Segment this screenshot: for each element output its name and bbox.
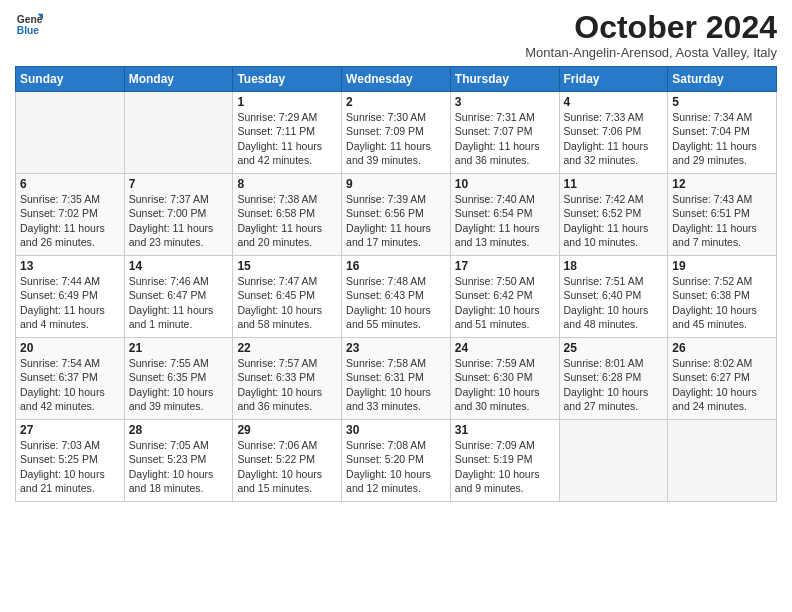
day-info: Sunrise: 7:42 AM Sunset: 6:52 PM Dayligh…	[564, 192, 664, 249]
calendar-cell: 14Sunrise: 7:46 AM Sunset: 6:47 PM Dayli…	[124, 256, 233, 338]
weekday-header-cell: Monday	[124, 67, 233, 92]
calendar-cell: 18Sunrise: 7:51 AM Sunset: 6:40 PM Dayli…	[559, 256, 668, 338]
calendar-week-row: 1Sunrise: 7:29 AM Sunset: 7:11 PM Daylig…	[16, 92, 777, 174]
day-info: Sunrise: 7:47 AM Sunset: 6:45 PM Dayligh…	[237, 274, 337, 331]
title-block: October 2024 Montan-Angelin-Arensod, Aos…	[525, 10, 777, 60]
calendar-cell: 19Sunrise: 7:52 AM Sunset: 6:38 PM Dayli…	[668, 256, 777, 338]
calendar-week-row: 27Sunrise: 7:03 AM Sunset: 5:25 PM Dayli…	[16, 420, 777, 502]
calendar-cell: 16Sunrise: 7:48 AM Sunset: 6:43 PM Dayli…	[342, 256, 451, 338]
day-number: 16	[346, 259, 446, 273]
calendar-cell: 9Sunrise: 7:39 AM Sunset: 6:56 PM Daylig…	[342, 174, 451, 256]
day-number: 2	[346, 95, 446, 109]
location-subtitle: Montan-Angelin-Arensod, Aosta Valley, It…	[525, 45, 777, 60]
calendar-cell: 21Sunrise: 7:55 AM Sunset: 6:35 PM Dayli…	[124, 338, 233, 420]
calendar-cell: 10Sunrise: 7:40 AM Sunset: 6:54 PM Dayli…	[450, 174, 559, 256]
calendar-cell: 15Sunrise: 7:47 AM Sunset: 6:45 PM Dayli…	[233, 256, 342, 338]
weekday-header-cell: Thursday	[450, 67, 559, 92]
day-number: 3	[455, 95, 555, 109]
day-info: Sunrise: 7:50 AM Sunset: 6:42 PM Dayligh…	[455, 274, 555, 331]
day-number: 29	[237, 423, 337, 437]
day-number: 13	[20, 259, 120, 273]
calendar-cell	[559, 420, 668, 502]
day-number: 15	[237, 259, 337, 273]
day-info: Sunrise: 7:08 AM Sunset: 5:20 PM Dayligh…	[346, 438, 446, 495]
weekday-header-row: SundayMondayTuesdayWednesdayThursdayFrid…	[16, 67, 777, 92]
day-info: Sunrise: 7:03 AM Sunset: 5:25 PM Dayligh…	[20, 438, 120, 495]
day-info: Sunrise: 7:44 AM Sunset: 6:49 PM Dayligh…	[20, 274, 120, 331]
day-number: 26	[672, 341, 772, 355]
day-number: 5	[672, 95, 772, 109]
calendar-cell: 26Sunrise: 8:02 AM Sunset: 6:27 PM Dayli…	[668, 338, 777, 420]
day-number: 1	[237, 95, 337, 109]
day-number: 20	[20, 341, 120, 355]
day-info: Sunrise: 7:59 AM Sunset: 6:30 PM Dayligh…	[455, 356, 555, 413]
calendar-cell: 28Sunrise: 7:05 AM Sunset: 5:23 PM Dayli…	[124, 420, 233, 502]
day-info: Sunrise: 7:51 AM Sunset: 6:40 PM Dayligh…	[564, 274, 664, 331]
calendar-cell: 11Sunrise: 7:42 AM Sunset: 6:52 PM Dayli…	[559, 174, 668, 256]
day-number: 22	[237, 341, 337, 355]
day-info: Sunrise: 7:40 AM Sunset: 6:54 PM Dayligh…	[455, 192, 555, 249]
day-info: Sunrise: 7:30 AM Sunset: 7:09 PM Dayligh…	[346, 110, 446, 167]
day-info: Sunrise: 7:46 AM Sunset: 6:47 PM Dayligh…	[129, 274, 229, 331]
day-number: 17	[455, 259, 555, 273]
day-number: 11	[564, 177, 664, 191]
day-info: Sunrise: 7:43 AM Sunset: 6:51 PM Dayligh…	[672, 192, 772, 249]
day-info: Sunrise: 8:01 AM Sunset: 6:28 PM Dayligh…	[564, 356, 664, 413]
svg-text:General: General	[17, 14, 43, 25]
calendar-cell: 13Sunrise: 7:44 AM Sunset: 6:49 PM Dayli…	[16, 256, 125, 338]
calendar-cell: 29Sunrise: 7:06 AM Sunset: 5:22 PM Dayli…	[233, 420, 342, 502]
calendar-cell: 8Sunrise: 7:38 AM Sunset: 6:58 PM Daylig…	[233, 174, 342, 256]
calendar-cell: 6Sunrise: 7:35 AM Sunset: 7:02 PM Daylig…	[16, 174, 125, 256]
weekday-header-cell: Friday	[559, 67, 668, 92]
calendar-cell: 1Sunrise: 7:29 AM Sunset: 7:11 PM Daylig…	[233, 92, 342, 174]
day-info: Sunrise: 7:52 AM Sunset: 6:38 PM Dayligh…	[672, 274, 772, 331]
calendar-week-row: 13Sunrise: 7:44 AM Sunset: 6:49 PM Dayli…	[16, 256, 777, 338]
day-info: Sunrise: 7:38 AM Sunset: 6:58 PM Dayligh…	[237, 192, 337, 249]
day-number: 7	[129, 177, 229, 191]
weekday-header-cell: Saturday	[668, 67, 777, 92]
day-info: Sunrise: 7:09 AM Sunset: 5:19 PM Dayligh…	[455, 438, 555, 495]
day-number: 30	[346, 423, 446, 437]
day-info: Sunrise: 7:55 AM Sunset: 6:35 PM Dayligh…	[129, 356, 229, 413]
day-number: 27	[20, 423, 120, 437]
day-number: 14	[129, 259, 229, 273]
day-info: Sunrise: 7:39 AM Sunset: 6:56 PM Dayligh…	[346, 192, 446, 249]
day-number: 19	[672, 259, 772, 273]
day-info: Sunrise: 7:33 AM Sunset: 7:06 PM Dayligh…	[564, 110, 664, 167]
day-info: Sunrise: 7:35 AM Sunset: 7:02 PM Dayligh…	[20, 192, 120, 249]
page-header: General Blue October 2024 Montan-Angelin…	[15, 10, 777, 60]
day-info: Sunrise: 7:54 AM Sunset: 6:37 PM Dayligh…	[20, 356, 120, 413]
weekday-header-cell: Wednesday	[342, 67, 451, 92]
day-number: 18	[564, 259, 664, 273]
weekday-header-cell: Tuesday	[233, 67, 342, 92]
calendar-cell: 4Sunrise: 7:33 AM Sunset: 7:06 PM Daylig…	[559, 92, 668, 174]
day-number: 12	[672, 177, 772, 191]
calendar-cell: 17Sunrise: 7:50 AM Sunset: 6:42 PM Dayli…	[450, 256, 559, 338]
logo: General Blue	[15, 10, 43, 38]
day-info: Sunrise: 7:31 AM Sunset: 7:07 PM Dayligh…	[455, 110, 555, 167]
day-number: 4	[564, 95, 664, 109]
day-info: Sunrise: 7:57 AM Sunset: 6:33 PM Dayligh…	[237, 356, 337, 413]
calendar-cell	[124, 92, 233, 174]
day-info: Sunrise: 7:29 AM Sunset: 7:11 PM Dayligh…	[237, 110, 337, 167]
calendar-cell: 30Sunrise: 7:08 AM Sunset: 5:20 PM Dayli…	[342, 420, 451, 502]
day-info: Sunrise: 8:02 AM Sunset: 6:27 PM Dayligh…	[672, 356, 772, 413]
day-number: 25	[564, 341, 664, 355]
day-number: 23	[346, 341, 446, 355]
calendar-cell: 22Sunrise: 7:57 AM Sunset: 6:33 PM Dayli…	[233, 338, 342, 420]
day-info: Sunrise: 7:05 AM Sunset: 5:23 PM Dayligh…	[129, 438, 229, 495]
calendar-cell: 3Sunrise: 7:31 AM Sunset: 7:07 PM Daylig…	[450, 92, 559, 174]
day-number: 8	[237, 177, 337, 191]
calendar-cell: 31Sunrise: 7:09 AM Sunset: 5:19 PM Dayli…	[450, 420, 559, 502]
month-title: October 2024	[525, 10, 777, 45]
calendar-cell	[16, 92, 125, 174]
calendar-body: 1Sunrise: 7:29 AM Sunset: 7:11 PM Daylig…	[16, 92, 777, 502]
calendar-cell: 2Sunrise: 7:30 AM Sunset: 7:09 PM Daylig…	[342, 92, 451, 174]
calendar-cell: 20Sunrise: 7:54 AM Sunset: 6:37 PM Dayli…	[16, 338, 125, 420]
day-number: 21	[129, 341, 229, 355]
day-number: 31	[455, 423, 555, 437]
day-info: Sunrise: 7:06 AM Sunset: 5:22 PM Dayligh…	[237, 438, 337, 495]
calendar-cell: 12Sunrise: 7:43 AM Sunset: 6:51 PM Dayli…	[668, 174, 777, 256]
svg-text:Blue: Blue	[17, 25, 40, 36]
calendar-cell	[668, 420, 777, 502]
